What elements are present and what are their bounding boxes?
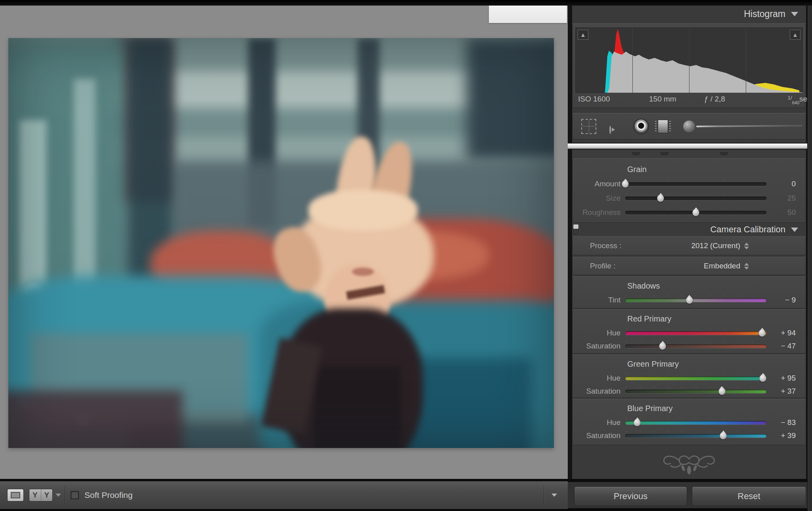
shadows-tint-slider[interactable]: Tint − 9 <box>573 293 806 306</box>
before-after-dropdown-icon[interactable] <box>56 494 61 497</box>
before-label: Y <box>29 489 41 501</box>
green-saturation-slider[interactable]: Saturation + 37 <box>573 385 806 398</box>
slider-track[interactable] <box>625 434 766 438</box>
histogram-gridline <box>746 28 746 93</box>
adjustment-brush-handle <box>696 125 802 127</box>
panel-bottom-edge <box>568 508 807 511</box>
process-value: 2012 (Current) <box>691 241 740 250</box>
slider-label: Hue <box>573 418 625 427</box>
grain-roughness-slider[interactable]: Roughness 50 <box>573 206 806 219</box>
slider-thumb[interactable] <box>718 388 725 395</box>
slider-value: 50 <box>766 208 806 217</box>
camera-calibration-header[interactable]: Camera Calibration <box>572 224 806 235</box>
profile-value: Embedded <box>704 262 740 270</box>
stepper-icon[interactable] <box>744 243 749 249</box>
slider-label: Hue <box>573 329 625 337</box>
blue-saturation-slider[interactable]: Saturation + 39 <box>573 429 806 442</box>
slider-thumb[interactable] <box>657 195 664 202</box>
previous-button[interactable]: Previous <box>574 486 687 506</box>
panel-scroll-divider[interactable] <box>568 143 807 149</box>
toolbar-content-dropdown-icon[interactable] <box>552 494 557 497</box>
green-hue-slider[interactable]: Hue + 95 <box>573 371 806 385</box>
toolbar-divider <box>65 486 65 504</box>
process-row[interactable]: Process : 2012 (Current) <box>572 236 806 255</box>
slider-label: Amount <box>573 180 625 188</box>
profile-label: Profile : <box>573 262 615 270</box>
slider-value: − 47 <box>766 342 806 350</box>
slider-value: 25 <box>766 194 806 203</box>
adjustment-brush-icon[interactable] <box>683 121 695 132</box>
slider-track[interactable] <box>625 182 766 186</box>
collapse-triangle-icon[interactable] <box>791 228 798 232</box>
slider-track[interactable] <box>625 331 766 335</box>
slider-label: Size <box>573 194 625 203</box>
camera-calibration-title: Camera Calibration <box>710 224 785 235</box>
slider-thumb[interactable] <box>759 329 766 337</box>
crop-overlay-icon[interactable] <box>581 119 596 134</box>
spot-removal-icon[interactable] <box>609 126 611 134</box>
shadows-block: Shadows Tint − 9 <box>572 276 806 308</box>
tool-strip <box>572 113 806 140</box>
graduated-filter-icon[interactable] <box>658 120 668 133</box>
grain-size-slider[interactable]: Size 25 <box>573 191 806 205</box>
slider-thumb[interactable] <box>760 375 766 382</box>
histogram-gridline <box>689 28 689 93</box>
exposure-info-row: ISO 1600 150 mm ƒ / 2,8 1/640 sec <box>573 95 806 105</box>
panel-collapse-edge-strip[interactable] <box>807 6 812 511</box>
shutter-speed-value: 1/640 sec <box>788 95 799 105</box>
histogram-plot[interactable]: ▲ ▲ <box>575 27 803 93</box>
red-hue-slider[interactable]: Hue + 94 <box>573 326 806 339</box>
clipped-panel-remnant <box>572 150 806 157</box>
soft-proofing-label: Soft Proofing <box>84 490 132 500</box>
red-saturation-slider[interactable]: Saturation − 47 <box>573 339 806 352</box>
reset-button[interactable]: Reset <box>692 486 806 506</box>
slider-track[interactable] <box>625 299 766 302</box>
profile-row[interactable]: Profile : Embedded <box>572 257 806 275</box>
soft-proofing-checkbox[interactable] <box>71 491 79 500</box>
blue-primary-heading: Blue Primary <box>627 404 806 413</box>
slider-label: Roughness <box>573 208 625 217</box>
slider-value: − 9 <box>766 296 806 304</box>
red-primary-block: Red Primary Hue + 94 Saturation − 47 <box>572 309 806 354</box>
slider-value: + 95 <box>766 374 806 383</box>
histogram-gridline <box>632 28 633 93</box>
slider-label: Tint <box>573 296 625 304</box>
shadow-clipping-indicator[interactable]: ▲ <box>578 30 588 40</box>
slider-thumb[interactable] <box>686 297 693 304</box>
lightroom-develop-window: Histogram <box>0 0 812 511</box>
slider-thumb[interactable] <box>720 432 727 439</box>
right-panel: Histogram <box>568 6 807 511</box>
highlight-clipping-indicator[interactable]: ▲ <box>790 30 801 40</box>
histogram-panel-header[interactable]: Histogram <box>572 8 806 20</box>
process-label: Process : <box>573 241 621 250</box>
slider-value: + 37 <box>766 387 806 396</box>
green-primary-block: Green Primary Hue + 95 Saturation + 37 <box>572 354 806 398</box>
slider-value: + 39 <box>766 431 806 440</box>
slider-label: Saturation <box>573 387 625 396</box>
loupe-view-button[interactable] <box>7 489 24 501</box>
develop-photo-canvas[interactable] <box>8 38 554 448</box>
white-overlay-tab <box>489 6 567 23</box>
iso-value: ISO 1600 <box>578 95 610 103</box>
blue-hue-slider[interactable]: Hue − 83 <box>573 416 806 429</box>
collapse-triangle-icon[interactable] <box>791 12 798 16</box>
slider-track[interactable] <box>625 421 766 425</box>
slider-thumb[interactable] <box>659 343 666 350</box>
slider-track[interactable] <box>625 197 766 200</box>
slider-thumb[interactable] <box>634 419 641 426</box>
slider-value: + 94 <box>766 329 806 337</box>
slider-thumb[interactable] <box>622 180 629 188</box>
slider-track[interactable] <box>625 377 766 380</box>
slider-label: Hue <box>573 374 625 383</box>
red-primary-heading: Red Primary <box>627 314 806 323</box>
stepper-icon[interactable] <box>744 263 749 270</box>
slider-track[interactable] <box>625 344 766 348</box>
slider-track[interactable] <box>625 390 766 393</box>
before-after-button[interactable]: Y Y <box>29 489 53 501</box>
panel-footer-separator <box>568 479 807 482</box>
red-eye-correction-icon[interactable] <box>634 119 648 134</box>
grain-amount-slider[interactable]: Amount 0 <box>573 177 806 190</box>
slider-value: 0 <box>766 180 806 188</box>
slider-thumb[interactable] <box>693 209 699 216</box>
panel-footer: Previous Reset <box>568 482 807 508</box>
